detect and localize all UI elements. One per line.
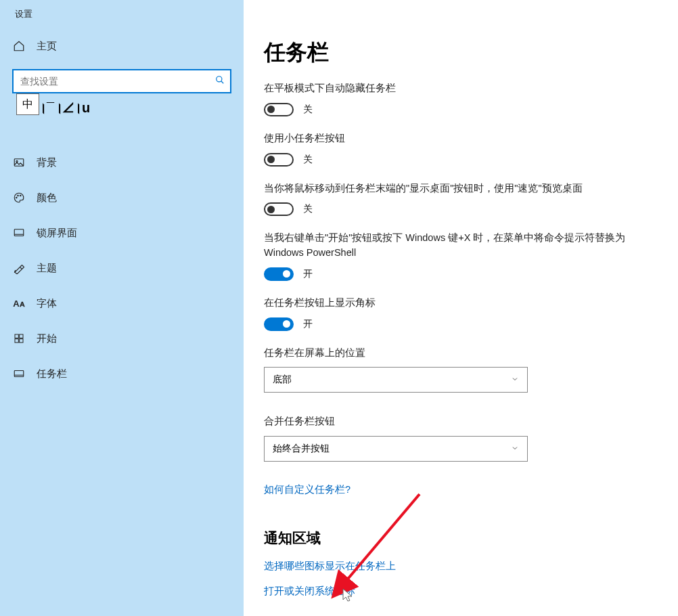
- page-title: 任务栏: [264, 38, 658, 68]
- sidebar: 设置 主页 中 ।¯।∠।u 背景 颜色 锁屏界面: [0, 0, 244, 616]
- setting-label: 任务栏在屏幕上的位置: [264, 346, 643, 361]
- select-value: 底部: [273, 374, 292, 386]
- nav-home-label: 主页: [37, 40, 57, 53]
- toggle-powershell[interactable]: [264, 267, 294, 281]
- setting-label: 在任务栏按钮上显示角标: [264, 296, 643, 311]
- sidebar-item-taskbar[interactable]: 任务栏: [0, 356, 244, 391]
- chevron-down-icon: [511, 374, 519, 385]
- setting-auto-hide-tablet: 在平板模式下自动隐藏任务栏 关: [264, 81, 643, 116]
- toggle-state: 开: [303, 268, 313, 280]
- toggle-state: 关: [303, 154, 313, 166]
- link-customize-taskbar[interactable]: 如何自定义任务栏?: [264, 483, 658, 496]
- lockscreen-icon: [12, 226, 26, 240]
- svg-rect-11: [14, 371, 24, 377]
- setting-label: 当你将鼠标移动到任务栏末端的"显示桌面"按钮时，使用"速览"预览桌面: [264, 181, 643, 196]
- sidebar-item-start[interactable]: 开始: [0, 321, 244, 356]
- palette-icon: [12, 191, 26, 204]
- window-title: 设置: [0, 7, 244, 28]
- chevron-down-icon: [511, 443, 519, 454]
- setting-badges: 在任务栏按钮上显示角标 开: [264, 296, 643, 331]
- sidebar-item-background[interactable]: 背景: [0, 145, 244, 180]
- toggle-small-buttons[interactable]: [264, 153, 294, 167]
- setting-powershell: 当我右键单击"开始"按钮或按下 Windows 键+X 时，在菜单中将命令提示符…: [264, 231, 643, 281]
- home-icon: [12, 39, 26, 53]
- sidebar-item-label: 主题: [37, 262, 57, 275]
- svg-point-4: [18, 195, 19, 196]
- svg-rect-6: [14, 229, 24, 236]
- svg-rect-7: [15, 334, 18, 338]
- toggle-state: 关: [303, 203, 313, 215]
- select-value: 始终合并按钮: [273, 443, 330, 455]
- font-icon: Aᴀ: [12, 296, 26, 310]
- search-wrap: 中: [0, 64, 244, 100]
- link-system-icons[interactable]: 打开或关闭系统图标: [264, 585, 658, 598]
- setting-label: 合并任务栏按钮: [264, 414, 643, 429]
- svg-point-5: [20, 195, 22, 196]
- setting-small-buttons: 使用小任务栏按钮 关: [264, 131, 643, 167]
- content-pane: 任务栏 在平板模式下自动隐藏任务栏 关 使用小任务栏按钮 关 当你将鼠标移动到任…: [244, 0, 678, 616]
- sidebar-item-themes[interactable]: 主题: [0, 250, 244, 286]
- toggle-badges[interactable]: [264, 317, 294, 331]
- sidebar-item-label: 开始: [37, 332, 57, 345]
- section-notification-area: 通知区域: [264, 529, 658, 548]
- setting-label: 使用小任务栏按钮: [264, 131, 643, 146]
- nav-home[interactable]: 主页: [0, 28, 244, 64]
- setting-label: 当我右键单击"开始"按钮或按下 Windows 键+X 时，在菜单中将命令提示符…: [264, 231, 643, 261]
- svg-point-3: [16, 197, 18, 198]
- setting-label: 在平板模式下自动隐藏任务栏: [264, 81, 643, 96]
- toggle-auto-hide-tablet[interactable]: [264, 103, 294, 116]
- svg-rect-8: [20, 334, 23, 338]
- setting-combine: 合并任务栏按钮 始终合并按钮: [264, 414, 643, 462]
- start-icon: [12, 332, 26, 345]
- sidebar-item-colors[interactable]: 颜色: [0, 180, 244, 215]
- toggle-state: 开: [303, 318, 313, 330]
- sidebar-item-label: 背景: [37, 156, 57, 169]
- toggle-state: 关: [303, 104, 313, 116]
- theme-icon: [12, 261, 26, 275]
- svg-rect-9: [15, 339, 18, 343]
- taskbar-icon: [12, 367, 26, 380]
- toggle-peek-desktop[interactable]: [264, 202, 294, 216]
- setting-position: 任务栏在屏幕上的位置 底部: [264, 346, 643, 393]
- sidebar-item-label: 颜色: [37, 192, 57, 204]
- ime-indicator[interactable]: 中: [16, 93, 39, 115]
- link-select-icons[interactable]: 选择哪些图标显示在任务栏上: [264, 560, 658, 573]
- svg-rect-10: [20, 339, 23, 343]
- select-combine-buttons[interactable]: 始终合并按钮: [264, 436, 528, 462]
- select-taskbar-position[interactable]: 底部: [264, 367, 528, 393]
- search-input[interactable]: [12, 69, 231, 93]
- picture-icon: [12, 156, 26, 169]
- setting-peek-desktop: 当你将鼠标移动到任务栏末端的"显示桌面"按钮时，使用"速览"预览桌面 关: [264, 181, 643, 217]
- sidebar-item-fonts[interactable]: Aᴀ 字体: [0, 286, 244, 321]
- sidebar-item-lockscreen[interactable]: 锁屏界面: [0, 215, 244, 250]
- sidebar-item-label: 任务栏: [37, 368, 67, 380]
- sidebar-item-label: 字体: [37, 297, 57, 310]
- sidebar-item-label: 锁屏界面: [37, 227, 77, 240]
